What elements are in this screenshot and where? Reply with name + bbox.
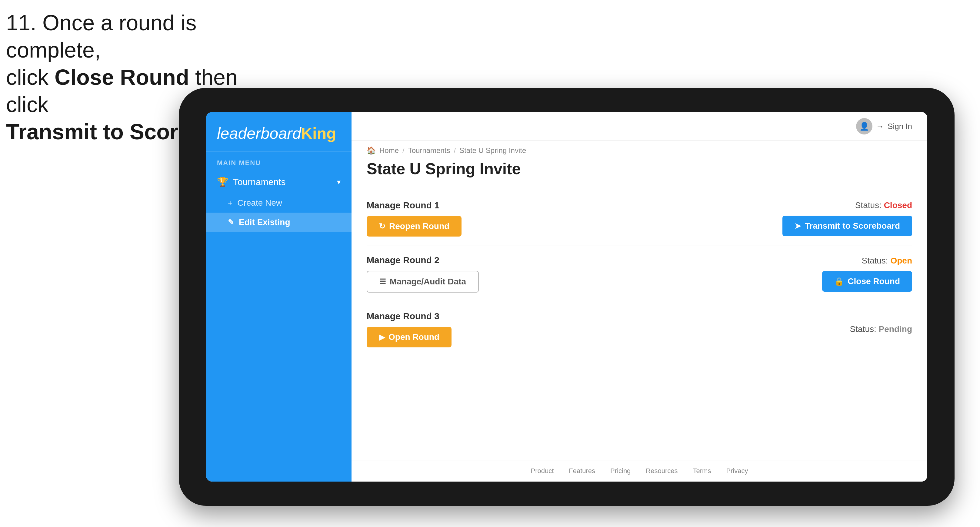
reopen-round-button[interactable]: ↻ Reopen Round: [367, 216, 461, 237]
round-3-status-value: Pending: [879, 324, 912, 334]
sidebar-subitem-edit-existing[interactable]: ✎ Edit Existing: [206, 213, 352, 232]
sidebar-item-tournaments[interactable]: 🏆 Tournaments ▾: [206, 170, 352, 193]
footer-features[interactable]: Features: [569, 467, 595, 475]
sidebar-item-tournaments-left: 🏆 Tournaments: [217, 176, 285, 187]
manage-audit-label: Manage/Audit Data: [390, 277, 466, 287]
breadcrumb-home-icon: 🏠: [367, 146, 376, 155]
sign-in-text: Sign In: [888, 122, 912, 131]
page-title: State U Spring Invite: [352, 157, 927, 185]
edit-icon: ✎: [228, 218, 234, 227]
sidebar-subitem-create-new-label: Create New: [237, 198, 282, 208]
round-3-right: Status: Pending: [850, 324, 912, 334]
breadcrumb-current: State U Spring Invite: [460, 146, 526, 155]
footer-terms[interactable]: Terms: [693, 467, 711, 475]
instruction-bold1: Close Round: [54, 65, 189, 89]
round-2-title: Manage Round 2: [367, 255, 479, 265]
footer-product[interactable]: Product: [531, 467, 554, 475]
round-2-status-label: Status:: [862, 256, 888, 265]
round-1-card: Manage Round 1 ↻ Reopen Round Status: Cl…: [367, 191, 912, 246]
round-1-status-value: Closed: [884, 200, 912, 210]
content-body: Manage Round 1 ↻ Reopen Round Status: Cl…: [352, 185, 927, 460]
list-icon: ☰: [379, 278, 386, 286]
transmit-icon: ➤: [795, 221, 801, 231]
round-1-status: Status: Closed: [855, 200, 912, 210]
sign-in-label: →: [876, 122, 884, 131]
sidebar-item-tournaments-label: Tournaments: [233, 177, 285, 187]
round-3-status-label: Status:: [850, 324, 877, 334]
logo-king: King: [301, 124, 336, 142]
breadcrumb-tournaments-link[interactable]: Tournaments: [408, 146, 450, 155]
manage-audit-data-button[interactable]: ☰ Manage/Audit Data: [367, 271, 479, 292]
round-3-status: Status: Pending: [850, 324, 912, 334]
round-1-status-label: Status:: [855, 200, 881, 210]
round-1-left: Manage Round 1 ↻ Reopen Round: [367, 200, 461, 237]
round-3-title: Manage Round 3: [367, 311, 452, 321]
breadcrumb-sep2: /: [453, 146, 456, 155]
app-container: leaderboardKing MAIN MENU 🏆 Tournaments …: [206, 112, 927, 482]
user-icon: 👤: [859, 122, 869, 131]
logo: leaderboardKing: [217, 124, 340, 142]
refresh-icon: ↻: [379, 222, 385, 231]
breadcrumb-home-link[interactable]: Home: [379, 146, 399, 155]
round-2-card: Manage Round 2 ☰ Manage/Audit Data Statu…: [367, 246, 912, 302]
sidebar: leaderboardKing MAIN MENU 🏆 Tournaments …: [206, 112, 352, 482]
round-2-right: Status: Open 🔒 Close Round: [822, 256, 912, 292]
main-content: 👤 → Sign In 🏠 Home / Tournaments / State…: [352, 112, 927, 482]
round-2-status-value: Open: [890, 256, 912, 265]
footer-pricing[interactable]: Pricing: [610, 467, 631, 475]
round-3-left: Manage Round 3 ▶ Open Round: [367, 311, 452, 348]
tablet-device: leaderboardKing MAIN MENU 🏆 Tournaments …: [179, 88, 955, 506]
close-round-label: Close Round: [848, 276, 900, 286]
round-2-status: Status: Open: [862, 256, 912, 266]
sidebar-subitem-edit-existing-label: Edit Existing: [239, 217, 290, 227]
breadcrumb: 🏠 Home / Tournaments / State U Spring In…: [352, 141, 927, 157]
open-round-button[interactable]: ▶ Open Round: [367, 327, 452, 348]
open-round-label: Open Round: [388, 332, 439, 342]
sign-in-button[interactable]: 👤 → Sign In: [856, 118, 912, 135]
footer-privacy[interactable]: Privacy: [726, 467, 748, 475]
tablet-screen: leaderboardKing MAIN MENU 🏆 Tournaments …: [206, 112, 927, 482]
round-1-title: Manage Round 1: [367, 200, 461, 211]
plus-icon: +: [228, 198, 232, 208]
close-round-button[interactable]: 🔒 Close Round: [822, 271, 912, 292]
breadcrumb-sep1: /: [402, 146, 404, 155]
round-3-card: Manage Round 3 ▶ Open Round Status: Pend…: [367, 302, 912, 357]
round-2-left: Manage Round 2 ☰ Manage/Audit Data: [367, 255, 479, 292]
top-bar: 👤 → Sign In: [352, 112, 927, 141]
instruction-line2: click: [6, 65, 54, 89]
transmit-label: Transmit to Scoreboard: [805, 221, 900, 231]
chevron-down-icon: ▾: [337, 178, 340, 186]
transmit-to-scoreboard-button[interactable]: ➤ Transmit to Scoreboard: [783, 216, 912, 236]
reopen-round-label: Reopen Round: [389, 221, 449, 231]
sidebar-logo: leaderboardKing: [206, 112, 352, 152]
avatar: 👤: [856, 118, 872, 135]
trophy-icon: 🏆: [217, 176, 228, 187]
footer: Product Features Pricing Resources Terms…: [352, 460, 927, 482]
sidebar-menu-label: MAIN MENU: [206, 152, 352, 170]
instruction-line1: 11. Once a round is complete,: [6, 11, 196, 62]
logo-leaderboard: leaderboard: [217, 124, 301, 142]
sidebar-subitem-create-new[interactable]: + Create New: [206, 193, 352, 213]
lock-icon: 🔒: [834, 277, 844, 286]
open-icon: ▶: [379, 333, 385, 342]
footer-resources[interactable]: Resources: [646, 467, 678, 475]
round-1-right: Status: Closed ➤ Transmit to Scoreboard: [783, 200, 912, 236]
